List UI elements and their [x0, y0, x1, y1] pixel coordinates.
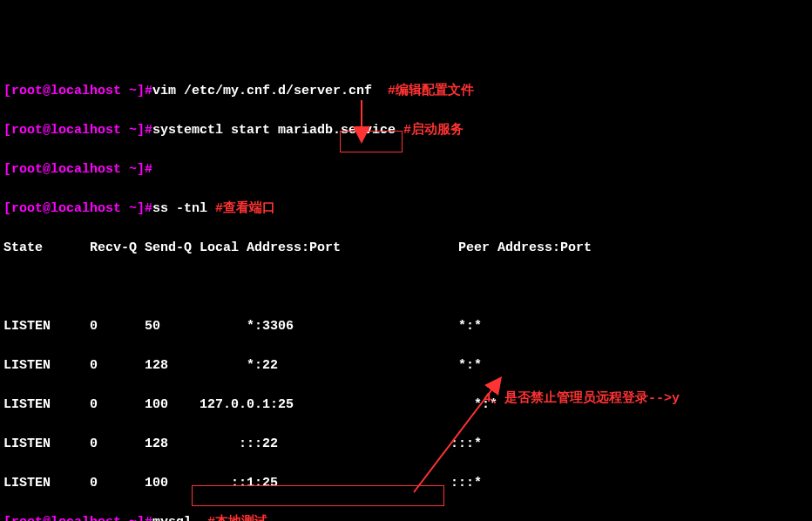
cmd-systemctl[interactable]: systemctl start mariadb.service [152, 123, 403, 138]
note-4: 4、是否禁止管理员远程登录-->y [484, 389, 680, 409]
comment-edit: #编辑配置文件 [388, 84, 474, 98]
table-header: State Recv-Q Send-Q Local Address:Port P… [3, 239, 809, 259]
cmd-mysql[interactable]: mysql [152, 515, 207, 521]
line-1: [root@localhost ~]#vim /etc/my.cnf.d/ser… [3, 82, 809, 102]
prompt: [root@localhost ~]# [3, 84, 152, 98]
line-2: [root@localhost ~]#systemctl start maria… [3, 121, 809, 141]
prompt: [root@localhost ~]# [3, 123, 152, 138]
line-mysql: [root@localhost ~]#mysql #本地测试 [3, 513, 809, 521]
table-row: LISTEN 0 100 127.0.0.1:25 *:* [3, 396, 809, 416]
comment-start: #启动服务 [403, 123, 464, 138]
table-row: LISTEN 0 100 ::1:25 :::* [3, 474, 809, 494]
table-row: LISTEN 0 128 *:22 *:* [3, 356, 809, 376]
table-row: LISTEN 0 50 *:3306 *:* [3, 317, 809, 337]
line-4: [root@localhost ~]#ss -tnl #查看端口 [3, 200, 809, 220]
prompt: [root@localhost ~]# [3, 201, 152, 216]
table-row: LISTEN 0 128 :::22 :::* [3, 435, 809, 455]
prompt: [root@localhost ~]# [3, 515, 152, 521]
cmd-ss[interactable]: ss -tnl [152, 201, 215, 216]
prompt: [root@localhost ~]# [3, 162, 152, 177]
comment-port: #查看端口 [215, 201, 275, 216]
cmd-vim[interactable]: vim /etc/my.cnf.d/server.cnf [152, 84, 388, 98]
line-3: [root@localhost ~]# [3, 160, 809, 180]
comment-localtest: #本地测试 [207, 515, 267, 521]
